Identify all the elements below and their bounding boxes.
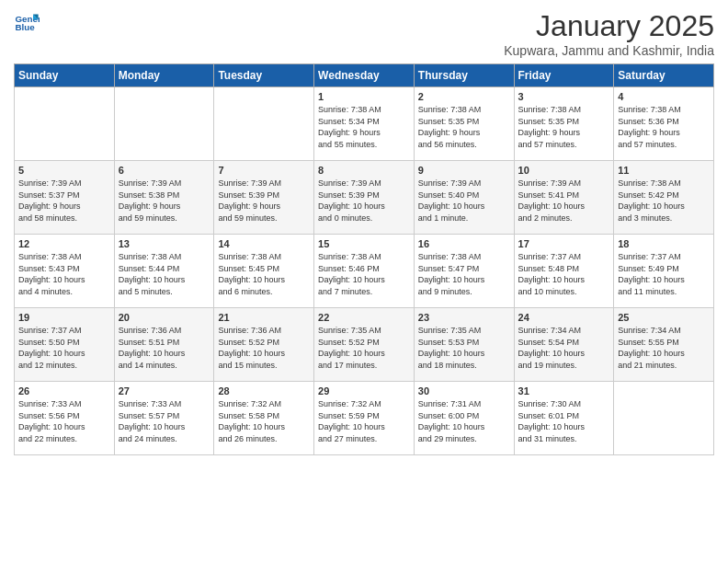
day-info: Sunrise: 7:37 AM Sunset: 5:49 PM Dayligh… xyxy=(618,251,710,297)
calendar-week-3: 12Sunrise: 7:38 AM Sunset: 5:43 PM Dayli… xyxy=(15,235,714,308)
table-row: 26Sunrise: 7:33 AM Sunset: 5:56 PM Dayli… xyxy=(15,382,115,455)
location: Kupwara, Jammu and Kashmir, India xyxy=(504,43,714,58)
day-number: 1 xyxy=(318,91,410,102)
day-info: Sunrise: 7:36 AM Sunset: 5:52 PM Dayligh… xyxy=(218,325,310,371)
day-number: 31 xyxy=(518,385,610,396)
table-row: 20Sunrise: 7:36 AM Sunset: 5:51 PM Dayli… xyxy=(114,308,214,382)
table-row: 16Sunrise: 7:38 AM Sunset: 5:47 PM Dayli… xyxy=(414,235,514,308)
day-number: 6 xyxy=(119,165,210,176)
day-number: 8 xyxy=(318,165,410,176)
day-info: Sunrise: 7:39 AM Sunset: 5:40 PM Dayligh… xyxy=(418,178,510,224)
day-number: 25 xyxy=(618,312,710,323)
table-row: 31Sunrise: 7:30 AM Sunset: 6:01 PM Dayli… xyxy=(514,382,614,455)
table-row: 2Sunrise: 7:38 AM Sunset: 5:35 PM Daylig… xyxy=(414,87,514,161)
day-info: Sunrise: 7:38 AM Sunset: 5:35 PM Dayligh… xyxy=(418,104,510,150)
day-info: Sunrise: 7:38 AM Sunset: 5:46 PM Dayligh… xyxy=(318,251,410,297)
table-row: 18Sunrise: 7:37 AM Sunset: 5:49 PM Dayli… xyxy=(614,235,714,308)
logo-icon: General Blue xyxy=(14,9,40,35)
day-number: 18 xyxy=(618,238,710,249)
calendar-table: Sunday Monday Tuesday Wednesday Thursday… xyxy=(14,63,714,455)
day-info: Sunrise: 7:37 AM Sunset: 5:48 PM Dayligh… xyxy=(518,251,610,297)
table-row: 9Sunrise: 7:39 AM Sunset: 5:40 PM Daylig… xyxy=(414,161,514,235)
day-number: 4 xyxy=(618,91,710,102)
day-info: Sunrise: 7:38 AM Sunset: 5:43 PM Dayligh… xyxy=(18,251,110,297)
day-info: Sunrise: 7:30 AM Sunset: 6:01 PM Dayligh… xyxy=(518,398,610,444)
day-info: Sunrise: 7:37 AM Sunset: 5:50 PM Dayligh… xyxy=(18,325,110,371)
day-number: 3 xyxy=(518,91,610,102)
table-row: 5Sunrise: 7:39 AM Sunset: 5:37 PM Daylig… xyxy=(15,161,115,235)
table-row: 8Sunrise: 7:39 AM Sunset: 5:39 PM Daylig… xyxy=(314,161,415,235)
col-friday: Friday xyxy=(514,64,614,87)
table-row: 10Sunrise: 7:39 AM Sunset: 5:41 PM Dayli… xyxy=(514,161,614,235)
day-number: 17 xyxy=(518,238,610,249)
day-number: 15 xyxy=(318,238,410,249)
calendar-week-4: 19Sunrise: 7:37 AM Sunset: 5:50 PM Dayli… xyxy=(15,308,714,382)
col-thursday: Thursday xyxy=(414,64,514,87)
day-number: 26 xyxy=(18,385,110,396)
day-info: Sunrise: 7:39 AM Sunset: 5:39 PM Dayligh… xyxy=(218,178,310,224)
day-number: 28 xyxy=(218,385,310,396)
title-block: January 2025 Kupwara, Jammu and Kashmir,… xyxy=(504,9,714,58)
table-row: 1Sunrise: 7:38 AM Sunset: 5:34 PM Daylig… xyxy=(314,87,415,161)
day-info: Sunrise: 7:39 AM Sunset: 5:41 PM Dayligh… xyxy=(518,178,610,224)
day-number: 14 xyxy=(218,238,310,249)
table-row xyxy=(214,87,314,161)
day-info: Sunrise: 7:31 AM Sunset: 6:00 PM Dayligh… xyxy=(418,398,510,444)
day-number: 20 xyxy=(119,312,210,323)
page-header: General Blue January 2025 Kupwara, Jammu… xyxy=(14,9,714,58)
table-row xyxy=(15,87,115,161)
table-row: 21Sunrise: 7:36 AM Sunset: 5:52 PM Dayli… xyxy=(214,308,314,382)
logo: General Blue xyxy=(14,9,40,35)
col-saturday: Saturday xyxy=(614,64,714,87)
calendar-week-2: 5Sunrise: 7:39 AM Sunset: 5:37 PM Daylig… xyxy=(15,161,714,235)
col-monday: Monday xyxy=(114,64,214,87)
day-number: 27 xyxy=(119,385,210,396)
day-info: Sunrise: 7:33 AM Sunset: 5:56 PM Dayligh… xyxy=(18,398,110,444)
day-info: Sunrise: 7:32 AM Sunset: 5:58 PM Dayligh… xyxy=(218,398,310,444)
table-row: 30Sunrise: 7:31 AM Sunset: 6:00 PM Dayli… xyxy=(414,382,514,455)
day-number: 16 xyxy=(418,238,510,249)
day-info: Sunrise: 7:38 AM Sunset: 5:34 PM Dayligh… xyxy=(318,104,410,150)
calendar-header-row: Sunday Monday Tuesday Wednesday Thursday… xyxy=(15,64,714,87)
day-number: 2 xyxy=(418,91,510,102)
day-number: 29 xyxy=(318,385,410,396)
day-info: Sunrise: 7:39 AM Sunset: 5:39 PM Dayligh… xyxy=(318,178,410,224)
day-info: Sunrise: 7:35 AM Sunset: 5:53 PM Dayligh… xyxy=(418,325,510,371)
day-info: Sunrise: 7:38 AM Sunset: 5:45 PM Dayligh… xyxy=(218,251,310,297)
day-number: 9 xyxy=(418,165,510,176)
table-row: 24Sunrise: 7:34 AM Sunset: 5:54 PM Dayli… xyxy=(514,308,614,382)
table-row: 19Sunrise: 7:37 AM Sunset: 5:50 PM Dayli… xyxy=(15,308,115,382)
day-info: Sunrise: 7:38 AM Sunset: 5:47 PM Dayligh… xyxy=(418,251,510,297)
table-row: 3Sunrise: 7:38 AM Sunset: 5:35 PM Daylig… xyxy=(514,87,614,161)
calendar-week-1: 1Sunrise: 7:38 AM Sunset: 5:34 PM Daylig… xyxy=(15,87,714,161)
day-number: 22 xyxy=(318,312,410,323)
table-row: 17Sunrise: 7:37 AM Sunset: 5:48 PM Dayli… xyxy=(514,235,614,308)
table-row: 29Sunrise: 7:32 AM Sunset: 5:59 PM Dayli… xyxy=(314,382,415,455)
calendar-week-5: 26Sunrise: 7:33 AM Sunset: 5:56 PM Dayli… xyxy=(15,382,714,455)
table-row: 7Sunrise: 7:39 AM Sunset: 5:39 PM Daylig… xyxy=(214,161,314,235)
table-row xyxy=(614,382,714,455)
table-row: 27Sunrise: 7:33 AM Sunset: 5:57 PM Dayli… xyxy=(114,382,214,455)
day-number: 30 xyxy=(418,385,510,396)
day-info: Sunrise: 7:36 AM Sunset: 5:51 PM Dayligh… xyxy=(119,325,210,371)
col-tuesday: Tuesday xyxy=(214,64,314,87)
day-number: 13 xyxy=(119,238,210,249)
day-info: Sunrise: 7:39 AM Sunset: 5:37 PM Dayligh… xyxy=(18,178,110,224)
day-number: 10 xyxy=(518,165,610,176)
day-number: 7 xyxy=(218,165,310,176)
day-info: Sunrise: 7:34 AM Sunset: 5:55 PM Dayligh… xyxy=(618,325,710,371)
day-number: 19 xyxy=(18,312,110,323)
day-number: 21 xyxy=(218,312,310,323)
table-row: 23Sunrise: 7:35 AM Sunset: 5:53 PM Dayli… xyxy=(414,308,514,382)
month-title: January 2025 xyxy=(504,9,714,43)
day-info: Sunrise: 7:38 AM Sunset: 5:35 PM Dayligh… xyxy=(518,104,610,150)
day-info: Sunrise: 7:38 AM Sunset: 5:36 PM Dayligh… xyxy=(618,104,710,150)
day-number: 23 xyxy=(418,312,510,323)
table-row: 6Sunrise: 7:39 AM Sunset: 5:38 PM Daylig… xyxy=(114,161,214,235)
day-info: Sunrise: 7:39 AM Sunset: 5:38 PM Dayligh… xyxy=(119,178,210,224)
table-row: 4Sunrise: 7:38 AM Sunset: 5:36 PM Daylig… xyxy=(614,87,714,161)
table-row: 28Sunrise: 7:32 AM Sunset: 5:58 PM Dayli… xyxy=(214,382,314,455)
day-info: Sunrise: 7:35 AM Sunset: 5:52 PM Dayligh… xyxy=(318,325,410,371)
day-info: Sunrise: 7:38 AM Sunset: 5:44 PM Dayligh… xyxy=(119,251,210,297)
table-row: 11Sunrise: 7:38 AM Sunset: 5:42 PM Dayli… xyxy=(614,161,714,235)
